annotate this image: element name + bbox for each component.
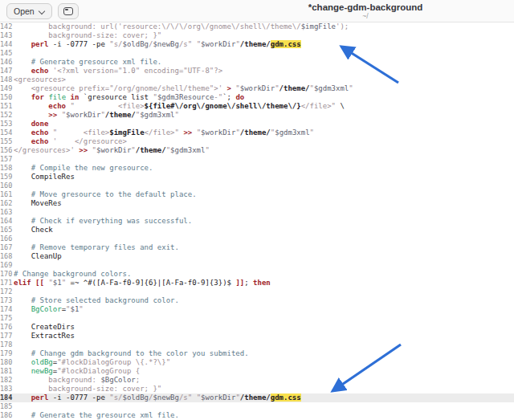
line-number: 142	[0, 22, 14, 31]
code-line: 174 BgColor="$1"	[0, 305, 514, 314]
code-text: background-size: cover; }"	[14, 385, 514, 393]
code-text: # Move gresource to the default place.	[14, 190, 514, 199]
code-line: 147 echo '<?xml version="1.0" encoding="…	[0, 67, 514, 75]
line-number: 169	[0, 261, 14, 270]
code-line: 171elif [[ "$1" =~ ^#([A-Fa-f0-9]{6}|[A-…	[0, 279, 514, 287]
line-number: 177	[0, 332, 14, 340]
line-number: 179	[0, 349, 14, 358]
code-text: background: url('resource:\/\/\/org\/gno…	[14, 22, 514, 31]
new-tab-button[interactable]	[58, 3, 79, 19]
line-number: 164	[0, 217, 14, 226]
line-number: 170	[0, 270, 14, 279]
code-text: for file in `gresource list "$gdm3Resour…	[14, 93, 514, 102]
code-text: # Change gdm background to the color you…	[14, 349, 514, 358]
code-text: elif [[ "$1" =~ ^#([A-Fa-f0-9]{6}|[A-Fa-…	[14, 279, 514, 287]
line-number: 176	[0, 323, 14, 332]
line-number: 185	[0, 402, 14, 411]
line-number: 153	[0, 120, 14, 128]
line-number: 146	[0, 58, 14, 67]
code-line: 150 for file in `gresource list "$gdm3Re…	[0, 93, 514, 102]
code-line: 170# Change background colors.	[0, 270, 514, 279]
code-line: 186 # Generate the gresource xml file.	[0, 411, 514, 420]
line-number: 183	[0, 385, 14, 393]
code-text: ExtractRes	[14, 332, 514, 340]
new-tab-icon	[63, 7, 73, 15]
code-text: # Change background colors.	[14, 270, 514, 279]
line-number: 172	[0, 287, 14, 296]
code-line: 180 oldBg="#lockDialogGroup \{.*?\}"	[0, 358, 514, 367]
code-line: 146 # Generate gresource xml file.	[0, 58, 514, 67]
open-button[interactable]: Open	[6, 3, 52, 19]
search-match-highlight: gdm.css	[271, 393, 301, 402]
code-line: 182 background: $BgColor;	[0, 376, 514, 385]
line-number: 168	[0, 252, 14, 261]
line-number: 154	[0, 128, 14, 137]
code-text: perl -i -0777 -pe "s/$oldBg/$newBg/s" "$…	[14, 40, 514, 49]
code-line: 151 echo " <file>${file#\/org\/gnome\/sh…	[0, 102, 514, 111]
code-line: 164 # Check if everything was successful…	[0, 217, 514, 226]
code-text: # Store selected background color.	[14, 296, 514, 305]
line-number: 167	[0, 243, 14, 252]
code-text	[14, 340, 514, 349]
code-text: CleanUp	[14, 252, 514, 261]
line-number: 178	[0, 340, 14, 349]
code-text: # Compile the new gresource.	[14, 164, 514, 173]
code-line: 168 CleanUp	[0, 252, 514, 261]
code-text: Check	[14, 226, 514, 234]
code-line: 163	[0, 208, 514, 217]
line-number: 144	[0, 40, 14, 49]
code-line: 144 perl -i -0777 -pe "s/$oldBg/$newBg/s…	[0, 40, 514, 49]
code-text: <gresource prefix="/org/gnome/shell/them…	[14, 84, 514, 93]
code-text: # Generate the gresource xml file.	[14, 411, 514, 420]
line-number: 173	[0, 296, 14, 305]
line-number: 162	[0, 199, 14, 208]
line-number: 180	[0, 358, 14, 367]
line-number: 184	[0, 393, 14, 402]
code-text	[14, 155, 514, 164]
code-text: </gresources>' >> "$workDir"/theme/"$gdm…	[14, 146, 514, 155]
code-line: 161 # Move gresource to the default plac…	[0, 190, 514, 199]
code-line: 177 ExtractRes	[0, 332, 514, 340]
line-number: 182	[0, 376, 14, 385]
code-text: <gresources>	[14, 75, 514, 84]
document-path: ~/	[237, 13, 494, 20]
chevron-down-icon	[39, 6, 45, 13]
code-line: 142 background: url('resource:\/\/\/org\…	[0, 22, 514, 31]
line-number: 158	[0, 164, 14, 173]
line-number: 147	[0, 67, 14, 75]
code-text: done	[14, 120, 514, 128]
code-line: 181 newBg="#lockDialogGroup {	[0, 367, 514, 376]
code-text: CompileRes	[14, 173, 514, 181]
line-number: 145	[0, 49, 14, 58]
code-line: 173 # Store selected background color.	[0, 296, 514, 305]
code-line: 149 <gresource prefix="/org/gnome/shell/…	[0, 84, 514, 93]
code-text	[14, 181, 514, 190]
code-editor[interactable]: 142 background: url('resource:\/\/\/org\…	[0, 22, 514, 420]
code-text: # Generate gresource xml file.	[14, 58, 514, 67]
code-text: oldBg="#lockDialogGroup \{.*?\}"	[14, 358, 514, 367]
line-number: 163	[0, 208, 14, 217]
code-line: 167 # Remove temporary files and exit.	[0, 243, 514, 252]
code-line: 179 # Change gdm background to the color…	[0, 349, 514, 358]
line-number: 156	[0, 146, 14, 155]
line-number: 148	[0, 75, 14, 84]
line-number: 150	[0, 93, 14, 102]
code-text: MoveRes	[14, 199, 514, 208]
line-number: 165	[0, 226, 14, 234]
code-text	[14, 314, 514, 323]
code-text	[14, 287, 514, 296]
code-line: 172	[0, 287, 514, 296]
line-number: 155	[0, 137, 14, 146]
code-line: 162 MoveRes	[0, 199, 514, 208]
line-number: 186	[0, 411, 14, 420]
code-line: 145	[0, 49, 514, 58]
code-text: BgColor="$1"	[14, 305, 514, 314]
code-line: 185	[0, 402, 514, 411]
line-number: 171	[0, 279, 14, 287]
code-text	[14, 49, 514, 58]
line-number: 181	[0, 367, 14, 376]
code-line: 178	[0, 340, 514, 349]
line-number: 151	[0, 102, 14, 111]
code-line: 169	[0, 261, 514, 270]
line-number: 175	[0, 314, 14, 323]
